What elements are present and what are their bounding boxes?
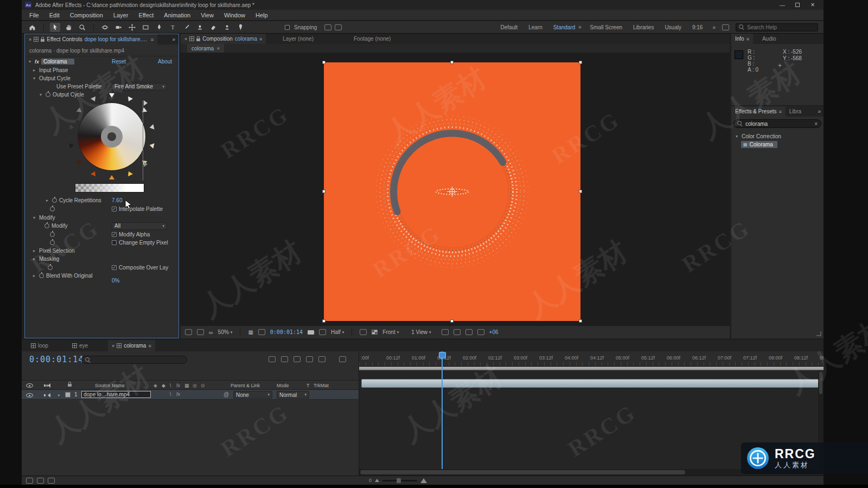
lock-column-icon[interactable] xyxy=(68,384,72,387)
expand-transfer-controls-icon[interactable] xyxy=(37,478,44,484)
wheel-slider-handle-bottom-icon[interactable] xyxy=(144,162,150,167)
modify-group-twirl-icon[interactable]: ▾ xyxy=(31,215,37,220)
quality-switch-icon[interactable]: \ xyxy=(170,383,171,388)
time-ruler[interactable]: :00f00:12f01:00f01:12f02:00f02:12f03:00f… xyxy=(359,351,824,367)
selection-handle[interactable] xyxy=(579,190,582,193)
eraser-tool-icon[interactable] xyxy=(208,23,219,32)
output-cycle-stopwatch-icon[interactable] xyxy=(46,92,50,97)
close-panel-icon[interactable]: × xyxy=(184,36,187,42)
transparency-grid-icon[interactable] xyxy=(372,330,378,335)
flowchart-icon[interactable] xyxy=(465,329,473,335)
selection-handle[interactable] xyxy=(322,61,326,64)
draft-3d-icon[interactable] xyxy=(281,356,288,362)
timeline-tab-colorama[interactable]: × colorama ≡ xyxy=(108,340,155,351)
parent-link-column[interactable]: Parent & Link xyxy=(231,383,260,388)
roto-brush-tool-icon[interactable] xyxy=(222,23,232,32)
zoom-in-mountain-icon[interactable] xyxy=(420,478,427,483)
mode-dropdown[interactable]: Normal▾ xyxy=(277,391,309,399)
output-cycle-alpha-strip[interactable] xyxy=(75,183,144,192)
close-button[interactable]: × xyxy=(805,1,820,9)
layer-fx-icon[interactable]: fx xyxy=(176,391,180,397)
exposure-value[interactable]: +06 xyxy=(489,329,499,335)
fx-switch-icon[interactable]: fx xyxy=(176,383,180,388)
composite-over-lay-checkbox[interactable]: ✓ xyxy=(112,265,117,270)
pen-tool-icon[interactable] xyxy=(154,23,164,32)
layer-twirl-icon[interactable]: ▸ xyxy=(56,393,62,397)
scrollbar-thumb[interactable] xyxy=(360,470,685,474)
timeline-zoom-control[interactable]: 0 xyxy=(369,478,427,483)
menu-item[interactable]: View xyxy=(201,12,214,18)
output-cycle-inner-twirl-icon[interactable]: ▾ xyxy=(38,92,43,97)
panel-menu-icon[interactable]: ≡ xyxy=(779,109,782,114)
panel-overflow-icon[interactable]: » xyxy=(169,34,178,44)
effect-reset-link[interactable]: Reset xyxy=(112,59,126,65)
footage-viewer-tab[interactable]: Footage (none) xyxy=(350,34,394,44)
menu-item[interactable]: Effect xyxy=(138,12,154,18)
scrollbar-thumb[interactable] xyxy=(819,371,822,394)
motion-blur-switch-icon[interactable]: ◎ xyxy=(193,383,197,388)
workspace-default[interactable]: Default xyxy=(500,24,518,30)
modify-dropdown[interactable]: All▾ xyxy=(112,222,167,230)
exposure-reset-icon[interactable] xyxy=(477,329,484,335)
parent-dropdown[interactable]: None▾ xyxy=(233,391,272,399)
frame-blend-switch-icon[interactable]: ▦ xyxy=(184,383,189,388)
selection-handle[interactable] xyxy=(450,61,454,64)
hide-shy-layers-icon[interactable] xyxy=(293,356,301,362)
layer-name-field[interactable]: dope lo…hare.mp4 xyxy=(81,391,151,398)
home-icon[interactable] xyxy=(27,23,37,32)
modify-alpha-stopwatch-icon[interactable] xyxy=(50,232,55,237)
workspace-libraries[interactable]: Libraries xyxy=(633,24,654,30)
expand-in-out-icon[interactable] xyxy=(48,478,55,484)
close-panel-icon[interactable]: × xyxy=(112,343,114,349)
minimize-button[interactable]: — xyxy=(775,2,790,8)
menu-item[interactable]: Edit xyxy=(49,12,60,18)
blend-stopwatch-icon[interactable] xyxy=(39,273,44,278)
hand-tool-icon[interactable] xyxy=(63,23,74,32)
show-snapshot-icon[interactable] xyxy=(319,329,326,335)
input-phase-twirl-icon[interactable]: ▸ xyxy=(31,68,37,73)
menu-item[interactable]: Help xyxy=(256,12,268,18)
zoom-slider-track[interactable] xyxy=(382,480,417,481)
preset-palette-dropdown[interactable]: Fire And Smoke▾ xyxy=(112,83,167,91)
workspace-usualy[interactable]: Usualy xyxy=(665,24,681,30)
selection-tool-icon[interactable] xyxy=(50,23,60,32)
effect-item-colorama[interactable]: ▦ Colorama xyxy=(741,141,777,148)
video-column-icon[interactable] xyxy=(26,383,33,388)
selection-handle[interactable] xyxy=(579,319,582,323)
composition-tab[interactable]: × Composition colorama ≡ xyxy=(181,34,266,44)
layer-viewer-tab[interactable]: Layer (none) xyxy=(279,34,317,44)
search-help-input[interactable] xyxy=(747,24,815,30)
composition-canvas[interactable] xyxy=(324,62,580,321)
timeline-timecode[interactable]: 0:00:01:14 xyxy=(29,355,84,364)
viewer-tab-colorama[interactable]: colorama ≡ xyxy=(187,44,224,53)
close-panel-icon[interactable]: × xyxy=(29,37,31,42)
modify-stopwatch-icon[interactable] xyxy=(44,223,49,228)
selection-handle[interactable] xyxy=(322,319,326,323)
work-area-bar[interactable] xyxy=(359,367,824,370)
camera-tool-icon[interactable] xyxy=(113,23,124,32)
t-column[interactable]: T xyxy=(307,383,310,388)
orbit-camera-tool-icon[interactable] xyxy=(100,23,110,32)
selection-handle[interactable] xyxy=(322,190,326,193)
panel-overflow-icon[interactable]: » xyxy=(815,106,824,117)
layer-quality-icon[interactable]: \ xyxy=(170,391,171,397)
wheel-slider-handle-top-icon[interactable] xyxy=(144,100,150,106)
effects-presets-tab[interactable]: Effects & Presets≡ xyxy=(731,106,786,117)
panel-resize-grip[interactable] xyxy=(816,331,821,336)
timeline-search-box[interactable] xyxy=(81,356,187,364)
timeline-layer-row[interactable]: ▸ 1 dope lo…hare.mp4 \ fx @ None▾ Normal… xyxy=(22,390,359,400)
current-time-indicator-head[interactable] xyxy=(439,352,446,358)
workspace-overflow-icon[interactable]: » xyxy=(712,24,716,30)
info-tab[interactable]: Info≡ xyxy=(731,34,753,44)
effect-name-chip[interactable]: Colorama xyxy=(41,59,74,65)
effect-controls-tab[interactable]: × Effect Controls dope loop for skillsha… xyxy=(25,34,157,44)
panel-menu-icon[interactable]: ≡ xyxy=(151,37,154,42)
effects-search-box[interactable]: × xyxy=(733,119,821,128)
menu-item[interactable]: File xyxy=(29,12,39,18)
collapse-switch-icon[interactable]: ◆ xyxy=(162,383,165,388)
shy-switch-icon[interactable]: ◈ xyxy=(154,383,157,388)
output-cycle-wheel[interactable] xyxy=(78,103,145,170)
composition-mini-flowchart-icon[interactable] xyxy=(269,356,276,362)
modify-alpha-checkbox[interactable]: ✓ xyxy=(112,232,117,237)
wheel-slider-track[interactable] xyxy=(143,100,143,181)
